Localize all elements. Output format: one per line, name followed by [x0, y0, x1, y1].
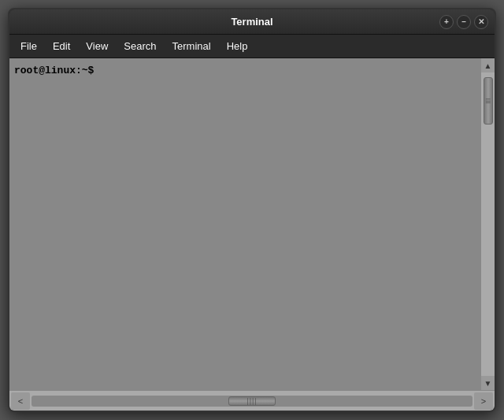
scroll-left-arrow[interactable]: <	[11, 392, 30, 410]
terminal-body: root@linux:~$ ▲ ▼	[9, 58, 495, 390]
scroll-v-thumb[interactable]	[484, 77, 493, 125]
menu-search[interactable]: Search	[116, 37, 164, 55]
window-controls: + – ✕	[439, 15, 488, 29]
window-title: Terminal	[231, 16, 272, 28]
menu-file[interactable]: File	[13, 37, 45, 55]
terminal-prompt: root@linux:~$	[14, 65, 94, 76]
menubar: File Edit View Search Terminal Help	[9, 35, 495, 58]
menu-terminal[interactable]: Terminal	[165, 37, 219, 55]
add-button[interactable]: +	[439, 15, 454, 29]
menu-view[interactable]: View	[78, 37, 116, 55]
terminal-window: Terminal + – ✕ File Edit View Search Ter…	[8, 8, 496, 412]
menu-edit[interactable]: Edit	[45, 37, 78, 55]
scroll-h-thumb[interactable]	[228, 396, 276, 406]
vertical-scrollbar: ▲ ▼	[480, 58, 495, 390]
scroll-right-arrow[interactable]: >	[474, 392, 493, 410]
menu-help[interactable]: Help	[219, 37, 256, 55]
scroll-down-arrow[interactable]: ▼	[481, 376, 495, 390]
scroll-h-track	[32, 396, 472, 407]
terminal-content[interactable]: root@linux:~$	[9, 58, 480, 390]
scroll-up-arrow[interactable]: ▲	[481, 58, 495, 72]
horizontal-scrollbar: < >	[9, 390, 495, 411]
close-button[interactable]: ✕	[474, 15, 488, 29]
minimize-button[interactable]: –	[457, 15, 471, 29]
scroll-v-track	[483, 74, 494, 374]
titlebar: Terminal + – ✕	[9, 9, 495, 35]
